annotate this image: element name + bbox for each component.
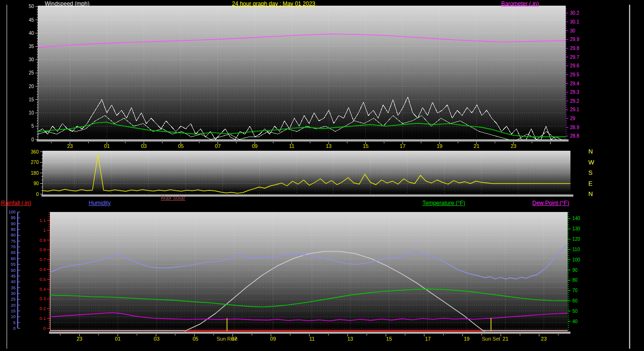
- svg-text:55: 55: [11, 262, 16, 267]
- svg-text:100: 100: [572, 257, 580, 262]
- dew-point-label: Dew Point (°F): [532, 200, 569, 206]
- svg-text:0.5: 0.5: [40, 277, 46, 282]
- svg-text:19: 19: [464, 336, 470, 342]
- svg-text:N: N: [588, 148, 593, 155]
- svg-text:10: 10: [11, 314, 16, 319]
- svg-text:50: 50: [572, 309, 578, 314]
- svg-text:30: 30: [570, 28, 576, 33]
- svg-text:07: 07: [215, 143, 221, 149]
- svg-text:0: 0: [13, 326, 16, 331]
- svg-text:05: 05: [178, 143, 183, 149]
- svg-text:15: 15: [386, 336, 392, 342]
- svg-text:110: 110: [572, 247, 580, 252]
- svg-text:0.7: 0.7: [40, 257, 46, 262]
- svg-text:29.5: 29.5: [570, 72, 579, 77]
- svg-text:28.9: 28.9: [570, 125, 579, 130]
- svg-text:0.4: 0.4: [40, 286, 46, 292]
- svg-text:70: 70: [572, 288, 578, 293]
- svg-text:21: 21: [503, 336, 508, 342]
- svg-text:25: 25: [11, 297, 16, 302]
- svg-text:80: 80: [11, 233, 16, 237]
- svg-text:Sun Set: Sun Set: [482, 336, 500, 342]
- svg-text:0.6: 0.6: [40, 267, 46, 272]
- svg-text:1.1: 1.1: [40, 218, 46, 223]
- svg-text:11: 11: [309, 336, 314, 342]
- svg-text:5: 5: [13, 320, 16, 325]
- svg-text:85: 85: [11, 227, 16, 232]
- svg-text:1: 1: [43, 228, 46, 233]
- svg-text:0.2: 0.2: [40, 306, 46, 311]
- svg-text:140: 140: [572, 216, 580, 221]
- svg-text:100: 100: [8, 210, 16, 214]
- svg-text:23: 23: [67, 143, 73, 149]
- svg-text:23: 23: [76, 336, 82, 342]
- svg-text:120: 120: [572, 237, 580, 242]
- svg-text:28.8: 28.8: [570, 133, 579, 139]
- svg-text:0.3: 0.3: [40, 296, 46, 301]
- svg-text:30: 30: [11, 291, 16, 296]
- svg-text:E: E: [588, 180, 593, 187]
- svg-text:29.6: 29.6: [570, 63, 579, 68]
- rainfall-label: Rainfall (.in): [1, 200, 31, 206]
- svg-text:15: 15: [363, 143, 368, 149]
- svg-text:05: 05: [192, 336, 198, 342]
- svg-text:0: 0: [36, 192, 39, 197]
- svg-text:5: 5: [31, 123, 34, 129]
- svg-text:40: 40: [572, 319, 578, 324]
- svg-text:50: 50: [11, 268, 16, 273]
- barometer-axis-title: Barometer (.in): [501, 0, 539, 7]
- svg-text:130: 130: [572, 226, 580, 231]
- svg-text:60: 60: [572, 298, 578, 303]
- svg-text:40: 40: [29, 31, 34, 36]
- svg-text:35: 35: [11, 286, 16, 290]
- svg-text:21: 21: [474, 143, 479, 149]
- svg-text:270: 270: [31, 160, 39, 165]
- svg-text:35: 35: [29, 44, 34, 49]
- svg-text:13: 13: [326, 143, 331, 149]
- svg-text:W: W: [588, 159, 594, 166]
- svg-text:09: 09: [270, 336, 276, 342]
- svg-text:0: 0: [43, 326, 46, 331]
- svg-text:19: 19: [437, 143, 442, 149]
- svg-text:N: N: [588, 190, 593, 197]
- svg-text:11: 11: [289, 143, 294, 149]
- svg-text:50: 50: [29, 4, 34, 9]
- svg-text:180: 180: [31, 171, 39, 176]
- humidity-label: Humidity: [89, 200, 111, 206]
- svg-text:0.8: 0.8: [40, 247, 46, 252]
- windspeed-axis-title: Windspeed (mph): [45, 0, 90, 7]
- svg-text:29: 29: [570, 116, 576, 121]
- svg-text:03: 03: [154, 336, 159, 342]
- svg-text:29.1: 29.1: [570, 107, 579, 112]
- temperature-label: Temperature (°F): [422, 200, 465, 206]
- svg-text:07: 07: [231, 336, 237, 342]
- svg-text:23: 23: [541, 336, 546, 342]
- svg-text:17: 17: [425, 336, 430, 342]
- svg-text:15: 15: [11, 309, 16, 313]
- svg-text:60: 60: [11, 256, 16, 261]
- svg-text:29.9: 29.9: [570, 37, 579, 42]
- chart-canvas: 5045403530252015105030.230.13029.929.829…: [0, 0, 644, 351]
- page-title: 24 hour graph day : May 01 2023: [232, 0, 315, 7]
- svg-text:90: 90: [572, 268, 578, 273]
- svg-text:30.2: 30.2: [570, 10, 579, 16]
- svg-text:10: 10: [29, 110, 34, 115]
- svg-text:S: S: [588, 169, 593, 176]
- svg-text:01: 01: [104, 143, 110, 149]
- max-solar-label: Max solar: [161, 195, 185, 201]
- svg-text:0.9: 0.9: [40, 237, 46, 243]
- svg-text:01: 01: [115, 336, 121, 342]
- svg-text:17: 17: [400, 143, 405, 149]
- svg-text:09: 09: [252, 143, 257, 149]
- svg-text:29.8: 29.8: [570, 46, 579, 51]
- svg-text:90: 90: [11, 221, 16, 226]
- svg-text:40: 40: [11, 279, 16, 284]
- svg-text:45: 45: [29, 17, 34, 23]
- svg-text:23: 23: [511, 143, 516, 149]
- svg-text:90: 90: [33, 181, 39, 186]
- svg-text:20: 20: [11, 303, 16, 308]
- svg-text:13: 13: [347, 336, 353, 342]
- svg-text:20: 20: [29, 84, 34, 89]
- svg-text:0: 0: [31, 137, 34, 142]
- svg-text:95: 95: [11, 215, 16, 220]
